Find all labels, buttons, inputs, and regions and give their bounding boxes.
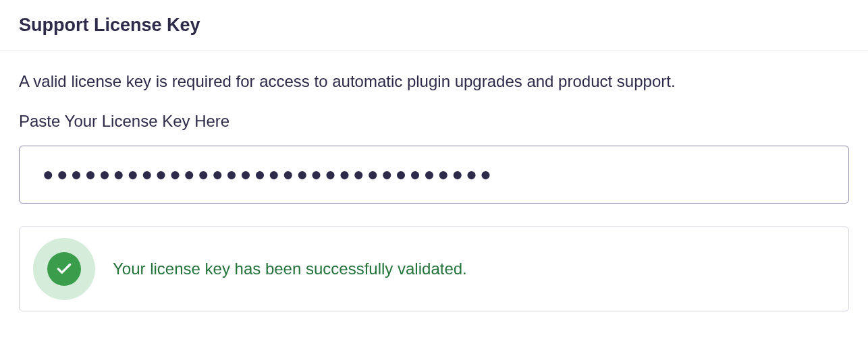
section-title: Support License Key xyxy=(19,15,849,36)
checkmark-icon xyxy=(47,252,81,286)
section-header: Support License Key xyxy=(0,0,868,51)
license-key-input[interactable] xyxy=(19,146,849,204)
content-area: A valid license key is required for acce… xyxy=(0,51,868,330)
validation-status-message: Your license key has been successfully v… xyxy=(113,260,467,278)
license-field-label: Paste Your License Key Here xyxy=(19,112,849,131)
validation-status-box: Your license key has been successfully v… xyxy=(19,226,849,311)
status-icon-wrapper xyxy=(33,238,95,300)
license-description: A valid license key is required for acce… xyxy=(19,70,849,93)
